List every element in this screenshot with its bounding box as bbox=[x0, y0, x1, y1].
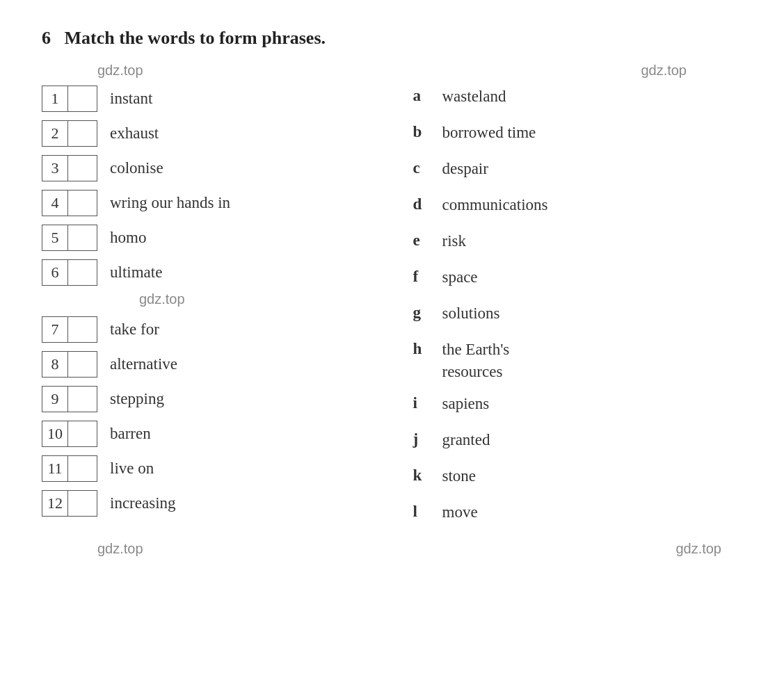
word-label: increasing bbox=[110, 494, 176, 512]
exercise-number: 6 bbox=[42, 28, 51, 48]
word-label: colonise bbox=[110, 159, 163, 177]
right-row: fspace bbox=[413, 266, 743, 293]
word-label: exhaust bbox=[110, 124, 159, 143]
answer-box[interactable] bbox=[68, 120, 97, 147]
answer-box[interactable] bbox=[68, 86, 97, 112]
word-label: alternative bbox=[110, 355, 177, 373]
right-row: lmove bbox=[413, 501, 743, 528]
number-box: 3 bbox=[42, 155, 68, 181]
phrase-text: move bbox=[442, 501, 478, 524]
word-label: ultimate bbox=[110, 263, 162, 282]
right-row: awasteland bbox=[413, 86, 743, 112]
word-label: live on bbox=[110, 460, 154, 478]
letter-label: d bbox=[413, 194, 434, 213]
letter-label: l bbox=[413, 501, 434, 521]
left-row: 7take for bbox=[42, 316, 371, 343]
letter-label: c bbox=[413, 158, 434, 177]
number-box: 8 bbox=[42, 351, 68, 378]
number-box: 10 bbox=[42, 421, 68, 447]
answer-box[interactable] bbox=[68, 421, 97, 447]
left-row: 5homo bbox=[42, 225, 371, 251]
word-label: barren bbox=[110, 425, 151, 443]
phrase-text: solutions bbox=[442, 302, 500, 325]
answer-box[interactable] bbox=[68, 190, 97, 216]
right-row: erisk bbox=[413, 230, 743, 257]
phrase-text: sapiens bbox=[442, 393, 490, 415]
right-row: kstone bbox=[413, 465, 743, 492]
number-box: 1 bbox=[42, 86, 68, 112]
word-label: wring our hands in bbox=[110, 194, 230, 212]
left-row: 12increasing bbox=[42, 490, 371, 517]
right-row: gsolutions bbox=[413, 302, 743, 329]
left-row: 11live on bbox=[42, 455, 371, 482]
phrase-text: wasteland bbox=[442, 86, 506, 108]
right-row: hthe Earth'sresources bbox=[413, 339, 743, 383]
word-label: take for bbox=[110, 321, 159, 339]
answer-box[interactable] bbox=[68, 259, 97, 286]
left-row: 10barren bbox=[42, 421, 371, 447]
watermark-2: gdz.top bbox=[641, 63, 687, 79]
answer-box[interactable] bbox=[68, 155, 97, 181]
left-row: 4wring our hands in bbox=[42, 190, 371, 216]
word-label: instant bbox=[110, 90, 152, 108]
letter-label: b bbox=[413, 122, 434, 141]
watermarks-bottom: gdz.top gdz.top bbox=[42, 541, 742, 557]
main-content: 1instant2exhaust3colonise4wring our hand… bbox=[42, 86, 742, 537]
watermarks-top: gdz.top gdz.top bbox=[42, 63, 742, 79]
answer-box[interactable] bbox=[68, 490, 97, 517]
number-box: 12 bbox=[42, 490, 68, 517]
exercise-title: 6 Match the words to form phrases. bbox=[42, 28, 742, 49]
left-column: 1instant2exhaust3colonise4wring our hand… bbox=[42, 86, 371, 537]
left-row: 9stepping bbox=[42, 386, 371, 412]
phrase-text: risk bbox=[442, 230, 467, 252]
number-box: 5 bbox=[42, 225, 68, 251]
right-row: cdespair bbox=[413, 158, 743, 184]
phrase-text: despair bbox=[442, 158, 488, 180]
letter-label: f bbox=[413, 266, 434, 286]
phrase-text: space bbox=[442, 266, 478, 289]
answer-box[interactable] bbox=[68, 386, 97, 412]
letter-label: e bbox=[413, 230, 434, 250]
number-box: 6 bbox=[42, 259, 68, 286]
letter-label: g bbox=[413, 302, 434, 322]
phrase-text: granted bbox=[442, 429, 490, 451]
left-row: 6ultimate bbox=[42, 259, 371, 286]
watermark-middle: gdz.top bbox=[139, 291, 185, 307]
right-row: dcommunications bbox=[413, 194, 743, 220]
answer-box[interactable] bbox=[68, 455, 97, 482]
number-box: 9 bbox=[42, 386, 68, 412]
number-box: 2 bbox=[42, 120, 68, 147]
answer-box[interactable] bbox=[68, 316, 97, 343]
word-label: stepping bbox=[110, 390, 164, 408]
left-row: 8alternative bbox=[42, 351, 371, 378]
phrase-text: borrowed time bbox=[442, 122, 536, 144]
letter-label: h bbox=[413, 339, 434, 358]
right-row: jgranted bbox=[413, 429, 743, 455]
watermark-bottom-left: gdz.top bbox=[97, 541, 143, 557]
phrase-text: the Earth'sresources bbox=[442, 339, 510, 383]
number-box: 11 bbox=[42, 455, 68, 482]
letter-label: j bbox=[413, 429, 434, 448]
exercise-instruction: Match the words to form phrases. bbox=[65, 28, 326, 48]
left-row: 1instant bbox=[42, 86, 371, 112]
letter-label: k bbox=[413, 465, 434, 485]
watermark-bottom-right: gdz.top bbox=[675, 541, 721, 557]
letter-label: a bbox=[413, 86, 434, 105]
number-box: 7 bbox=[42, 316, 68, 343]
phrase-text: communications bbox=[442, 194, 548, 216]
phrase-text: stone bbox=[442, 465, 477, 487]
number-box: 4 bbox=[42, 190, 68, 216]
word-label: homo bbox=[110, 229, 146, 247]
left-row: 3colonise bbox=[42, 155, 371, 181]
answer-box[interactable] bbox=[68, 351, 97, 378]
letter-label: i bbox=[413, 393, 434, 412]
watermark-1: gdz.top bbox=[97, 63, 143, 79]
answer-box[interactable] bbox=[68, 225, 97, 251]
right-row: bborrowed time bbox=[413, 122, 743, 148]
right-row: isapiens bbox=[413, 393, 743, 419]
right-column: awastelandbborrowed timecdespairdcommuni… bbox=[413, 86, 743, 537]
left-row: 2exhaust bbox=[42, 120, 371, 147]
